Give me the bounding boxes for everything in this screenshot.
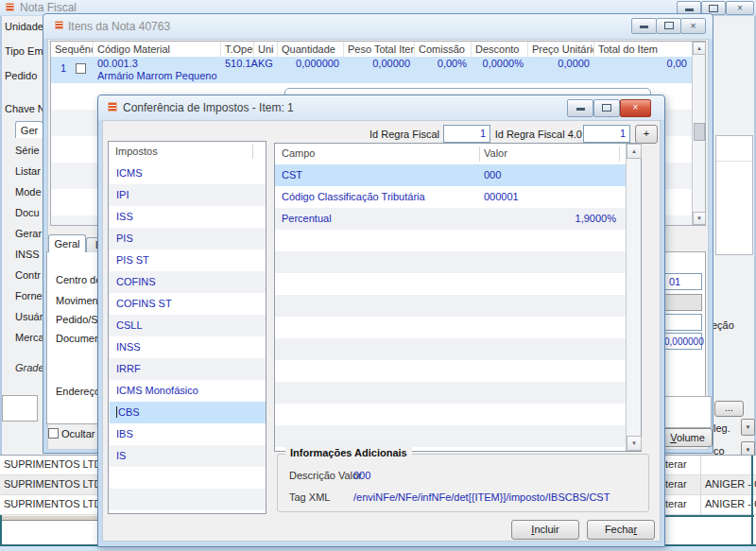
campos-scrollbar[interactable]: ▲ ▼ xyxy=(626,144,641,451)
impostos-item-irrf[interactable]: IRRF xyxy=(110,358,266,380)
campo-row-percentual[interactable]: Percentual 1,9000% xyxy=(275,208,626,230)
valor-column-header[interactable]: Valor xyxy=(484,147,507,159)
nf-close-button[interactable]: × xyxy=(726,1,754,15)
volume-label-key: V xyxy=(670,432,677,443)
column-header[interactable]: Quantidade xyxy=(278,42,344,57)
campo-row-codigo-classificacao[interactable]: Código Classificação Tributária 000001 xyxy=(275,186,626,208)
impostos-item-ipi[interactable]: IPI xyxy=(110,184,266,206)
minimize-icon xyxy=(640,26,648,28)
id-regra-fiscal-label: Id Regra Fiscal xyxy=(351,129,439,140)
id-regra-fiscal-40-input[interactable]: 1 xyxy=(583,125,630,143)
impostos-item-csll[interactable]: CSLL xyxy=(110,315,266,336)
field-label: Document xyxy=(56,333,103,344)
impostos-item-label: CBS xyxy=(118,406,140,418)
impostos-list-header[interactable]: Impostos xyxy=(115,146,158,157)
fechar-button[interactable]: Fechar xyxy=(587,520,655,540)
column-header[interactable]: Comissão xyxy=(415,42,472,57)
impostos-item-iss[interactable]: ISS xyxy=(110,206,266,228)
id-regra-fiscal-input[interactable]: 1 xyxy=(443,125,490,143)
grid-cell-company: SUPRIMENTOS LTDA xyxy=(4,498,109,509)
browse-button[interactable]: ... xyxy=(714,401,744,417)
scroll-up-button[interactable]: ▲ xyxy=(627,144,642,159)
row-uni: KG xyxy=(254,57,278,83)
desktop: Nota Fiscal × Unidade Tipo Emis Pedido C… xyxy=(0,0,756,551)
impostos-item-cofins[interactable]: COFINS xyxy=(110,271,266,293)
header-divider xyxy=(252,145,253,159)
itens-table-scrollbar[interactable]: ▲ ▼ xyxy=(692,42,705,225)
conferencia-maximize-button[interactable] xyxy=(593,99,620,117)
nf-label-chave: Chave N xyxy=(5,103,45,114)
scroll-down-button[interactable]: ▼ xyxy=(693,212,706,225)
column-header[interactable]: Total do Item xyxy=(594,42,692,57)
itens-table-header[interactable]: Sequência Código Material T.Oper. Uni Qu… xyxy=(51,42,692,58)
incluir-label-rest: ncluir xyxy=(534,524,558,535)
itens-minimize-button[interactable] xyxy=(631,18,657,34)
ocultar-checkbox[interactable] xyxy=(48,428,59,439)
campo-column-header[interactable]: Campo xyxy=(282,147,315,159)
row-toper: 510.1A xyxy=(221,57,254,83)
nf-side-label: Contr xyxy=(15,269,41,281)
impostos-item-pis[interactable]: PIS xyxy=(110,228,266,250)
campo-valor: 1,9000% xyxy=(479,213,616,224)
impostos-item-icms-monofasico[interactable]: ICMS Monofásico xyxy=(110,380,266,402)
scrollbar-thumb[interactable] xyxy=(694,123,705,141)
chevron-down-icon: ▼ xyxy=(746,447,751,453)
nf-dropdown1-arrow[interactable]: ▼ xyxy=(741,419,755,436)
maximize-icon xyxy=(709,5,718,12)
right-field-2[interactable] xyxy=(664,314,702,331)
scroll-up-button[interactable]: ▲ xyxy=(693,42,706,55)
column-header[interactable]: Código Material xyxy=(94,42,221,57)
impostos-item-icms[interactable]: ICMS xyxy=(110,163,266,184)
field-label: Centro de xyxy=(56,274,101,285)
add-rule-button[interactable]: + xyxy=(635,125,658,144)
grid-cell-action: terar xyxy=(665,498,687,509)
impostos-item-ibs[interactable]: IBS xyxy=(110,423,266,445)
row-peso: 0,00000 xyxy=(344,57,415,83)
nf-tab-geral[interactable]: Ger xyxy=(15,121,43,138)
impostos-item-inss[interactable]: INSS xyxy=(110,336,266,358)
column-header[interactable]: Uni xyxy=(254,42,278,57)
minimize-icon xyxy=(685,9,694,11)
nf-right-list[interactable] xyxy=(715,135,753,255)
impostos-item-is[interactable]: IS xyxy=(110,445,266,467)
nf-side-label: Docu xyxy=(15,207,40,218)
column-header[interactable]: Desconto xyxy=(472,42,528,57)
conferencia-minimize-button[interactable] xyxy=(567,99,593,117)
campo-row-cst[interactable]: CST 000 xyxy=(275,164,626,186)
conferencia-close-button[interactable]: × xyxy=(620,99,651,117)
impostos-item-pis-st[interactable]: PIS ST xyxy=(110,250,266,271)
table-row[interactable]: 1 00.001.3 Armário Marrom Pequeno 510.1A… xyxy=(51,57,692,83)
scroll-down-button[interactable]: ▼ xyxy=(627,436,642,451)
volume-button[interactable]: Volume xyxy=(662,428,713,447)
volume-flyout-panel xyxy=(661,396,712,428)
column-header[interactable]: Preço Unitário xyxy=(528,42,594,57)
impostos-item-cbs-selected[interactable]: CBS xyxy=(110,402,266,423)
nf-field-box[interactable] xyxy=(2,395,38,422)
teal-line xyxy=(751,456,753,546)
impostos-item-cofins-st[interactable]: COFINS ST xyxy=(110,293,266,315)
itens-close-button[interactable]: × xyxy=(680,18,706,34)
grid-cell-partner: ANIGER - CAL xyxy=(705,478,756,490)
incluir-button[interactable]: Incluir xyxy=(511,520,579,540)
tag-xml-value: /enviNFe/NFe/infNFe/det[{ITEM}]/imposto/… xyxy=(353,491,610,503)
nf-label-grade: Grade xyxy=(15,362,44,373)
tag-xml-label: Tag XML xyxy=(289,491,330,503)
itens-maximize-button[interactable] xyxy=(656,18,681,34)
nf-side-label: Listar xyxy=(15,165,41,177)
header-divider xyxy=(619,146,620,162)
column-header[interactable]: Sequência xyxy=(51,42,94,57)
nf-side-label: Merca xyxy=(15,332,44,343)
tab-geral[interactable]: Geral xyxy=(48,234,86,252)
column-header[interactable]: Peso Total Item xyxy=(344,42,415,57)
grid-cell-partner: ANIGER - CAL xyxy=(705,498,756,509)
column-header[interactable]: T.Oper. xyxy=(221,42,254,57)
row-checkbox[interactable] xyxy=(76,63,86,74)
right-field-button[interactable] xyxy=(664,294,702,311)
nf-label-unidade: Unidade xyxy=(5,21,43,32)
right-field-3[interactable]: 0,000000 xyxy=(662,333,702,350)
nf-side-label: Usuár xyxy=(15,311,43,322)
fechar-label-key: r xyxy=(633,524,637,535)
close-icon: × xyxy=(633,102,639,112)
right-field-1[interactable]: 01 xyxy=(664,273,702,290)
campo-name: Código Classificação Tributária xyxy=(282,191,425,202)
